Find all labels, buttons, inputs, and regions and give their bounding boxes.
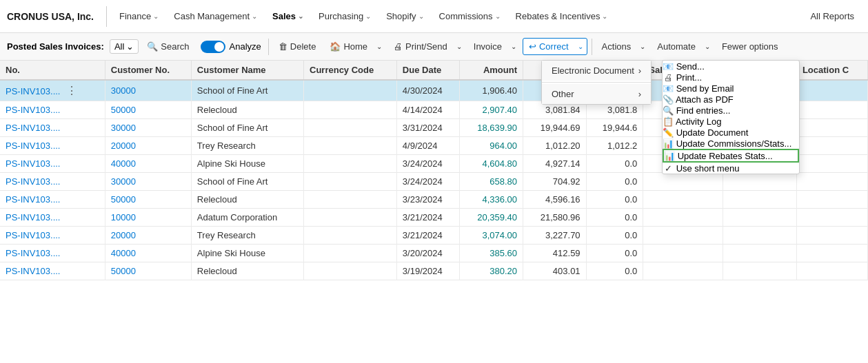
due-date-cell: 4/9/2024 — [396, 137, 460, 155]
fewer-options-button[interactable]: Fewer options — [716, 39, 784, 54]
all-reports-link[interactable]: All Reports — [803, 7, 861, 25]
print-send-dropdown-button[interactable]: ⌄ — [453, 40, 465, 53]
submenu-attach-pdf[interactable]: 📎 Attach as PDF — [663, 94, 799, 105]
automate-dropdown-button[interactable]: ⌄ — [701, 40, 714, 53]
amount2-cell: 4,927.14 — [523, 155, 587, 173]
col-customer-no[interactable]: Customer No. — [105, 61, 191, 80]
invoice-no-link[interactable]: PS-INV103.... — [6, 266, 60, 276]
filter-all-dropdown[interactable]: All ⌄ — [110, 39, 139, 54]
submenu-find-entries[interactable]: 🔍 Find entries... — [663, 105, 799, 116]
nav-item-cash-management[interactable]: Cash Management ⌄ — [167, 7, 264, 25]
correct-dropdown-button[interactable]: ⌄ — [574, 40, 587, 53]
analyze-toggle[interactable] — [201, 41, 225, 53]
amount-cell: 1,906.40 — [460, 80, 523, 101]
currency-code-cell — [304, 209, 397, 227]
currency-code-cell — [304, 137, 397, 155]
nav-item-sales[interactable]: Sales ⌄ — [265, 7, 310, 25]
col-amount[interactable]: Amount — [460, 61, 523, 80]
invoice-no-link[interactable]: PS-INV103.... — [6, 194, 60, 205]
customer-no-link[interactable]: 30000 — [111, 176, 136, 187]
amount-cell: 2,907.40 — [460, 101, 523, 119]
table-row[interactable]: PS-INV103....50000Relecloud3/19/2024380.… — [0, 262, 868, 280]
amount-cell: 385.60 — [460, 245, 523, 262]
submenu-update-commissions[interactable]: 📊 Update Commissions/Stats... — [663, 138, 799, 149]
invoice-no-link[interactable]: PS-INV103.... — [6, 158, 60, 169]
invoice-button-group: Invoice ⌄ — [468, 39, 520, 54]
actions-menu-other[interactable]: Other › — [542, 84, 651, 104]
row-context-menu-button[interactable]: ⋮ — [60, 85, 79, 96]
invoice-no-link[interactable]: PS-INV103.... — [6, 248, 60, 258]
home-button[interactable]: 🏠 Home — [324, 39, 373, 54]
automate-button[interactable]: Automate — [652, 39, 701, 54]
search-button[interactable]: 🔍 Search — [141, 39, 194, 54]
delete-button[interactable]: 🗑 Delete — [273, 39, 322, 54]
location-cell — [796, 137, 867, 155]
table-row[interactable]: PS-INV103....20000Trey Research3/21/2024… — [0, 227, 868, 245]
invoice-no-link[interactable]: PS-INV103.... — [6, 105, 60, 115]
customer-no-link[interactable]: 50000 — [111, 194, 136, 205]
table-row[interactable]: PS-INV103....30000School of Fine Art3/24… — [0, 173, 868, 191]
g-cell: 1,012.2 — [586, 137, 643, 155]
submenu-send[interactable]: 📧 Send... — [663, 61, 799, 72]
print-send-button[interactable]: 🖨 Print/Send — [388, 39, 453, 54]
customer-no-link[interactable]: 40000 — [111, 158, 136, 169]
update-icon: ✏️ — [663, 127, 674, 138]
nav-item-commissions[interactable]: Commissions ⌄ — [432, 7, 507, 25]
actions-menu-electronic-doc[interactable]: Electronic Document › — [542, 61, 651, 81]
amount-cell: 658.80 — [460, 173, 523, 191]
amount2-cell: 1,012.20 — [523, 137, 587, 155]
toolbar: Posted Sales Invoices: All ⌄ 🔍 Search An… — [0, 33, 868, 61]
delete-icon: 🗑 — [279, 41, 287, 52]
actions-dropdown-button[interactable]: ⌄ — [636, 40, 649, 53]
currency-code-cell — [304, 245, 397, 262]
chevron-right-icon: › — [638, 89, 641, 99]
amount2-cell: 21,580.96 — [523, 209, 587, 227]
search-icon: 🔍 — [147, 41, 158, 52]
customer-no-link[interactable]: 50000 — [111, 266, 136, 276]
submenu-activity-log[interactable]: 📋 Activity Log — [663, 116, 799, 127]
submenu-update-rebates[interactable]: 📊 Update Rebates Stats... — [663, 149, 799, 163]
nav-item-purchasing[interactable]: Purchasing ⌄ — [312, 7, 378, 25]
location-cell — [796, 245, 867, 262]
col-due-date[interactable]: Due Date — [396, 61, 460, 80]
submenu-send-by-email[interactable]: 📧 Send by Email — [663, 83, 799, 94]
home-dropdown-button[interactable]: ⌄ — [373, 40, 385, 53]
due-date-cell: 3/20/2024 — [396, 245, 460, 262]
due-date-cell: 3/24/2024 — [396, 173, 460, 191]
actions-button[interactable]: Actions — [596, 39, 637, 54]
invoice-no-link[interactable]: PS-INV103.... — [6, 141, 60, 151]
nav-item-finance[interactable]: Finance ⌄ — [112, 7, 165, 25]
col-customer-name[interactable]: Customer Name — [191, 61, 303, 80]
amount2-cell: 4,596.16 — [523, 191, 587, 209]
submenu-use-short-menu[interactable]: ✓ Use short menu — [663, 163, 799, 174]
table-row[interactable]: PS-INV103....10000Adatum Corporation3/21… — [0, 209, 868, 227]
invoice-no-link[interactable]: PS-INV103.... — [6, 230, 60, 240]
submenu-update-document[interactable]: ✏️ Update Document — [663, 127, 799, 138]
customer-no-link[interactable]: 20000 — [111, 141, 136, 151]
customer-no-link[interactable]: 30000 — [111, 123, 136, 133]
invoice-no-link[interactable]: PS-INV103.... — [6, 176, 60, 187]
submenu-print[interactable]: 🖨 Print... — [663, 72, 799, 83]
salesperson-cell — [643, 262, 723, 280]
table-row[interactable]: PS-INV103....50000Relecloud3/23/20244,33… — [0, 191, 868, 209]
col-location[interactable]: Location C — [796, 61, 867, 80]
customer-no-link[interactable]: 20000 — [111, 230, 136, 240]
invoice-no-link[interactable]: PS-INV103.... — [6, 123, 60, 133]
table-row[interactable]: PS-INV103....40000Alpine Ski House3/20/2… — [0, 245, 868, 262]
invoice-button[interactable]: Invoice — [468, 39, 507, 54]
customer-no-link[interactable]: 30000 — [111, 85, 136, 96]
nav-item-rebates[interactable]: Rebates & Incentives ⌄ — [509, 7, 615, 25]
invoice-no-link[interactable]: PS-INV103.... — [6, 86, 60, 96]
customer-no-link[interactable]: 40000 — [111, 248, 136, 258]
salesperson-cell — [643, 173, 723, 191]
invoice-no-link[interactable]: PS-INV103.... — [6, 212, 60, 222]
nav-item-shopify[interactable]: Shopify ⌄ — [379, 7, 430, 25]
customer-no-link[interactable]: 50000 — [111, 105, 136, 115]
col-currency-code[interactable]: Currency Code — [304, 61, 397, 80]
col-no[interactable]: No. — [0, 61, 105, 80]
check-icon: ✓ — [663, 163, 674, 174]
g-cell: 0.0 — [586, 227, 643, 245]
correct-button[interactable]: ↩ Correct — [523, 39, 574, 54]
customer-no-link[interactable]: 10000 — [111, 212, 136, 222]
invoice-dropdown-button[interactable]: ⌄ — [507, 40, 520, 53]
